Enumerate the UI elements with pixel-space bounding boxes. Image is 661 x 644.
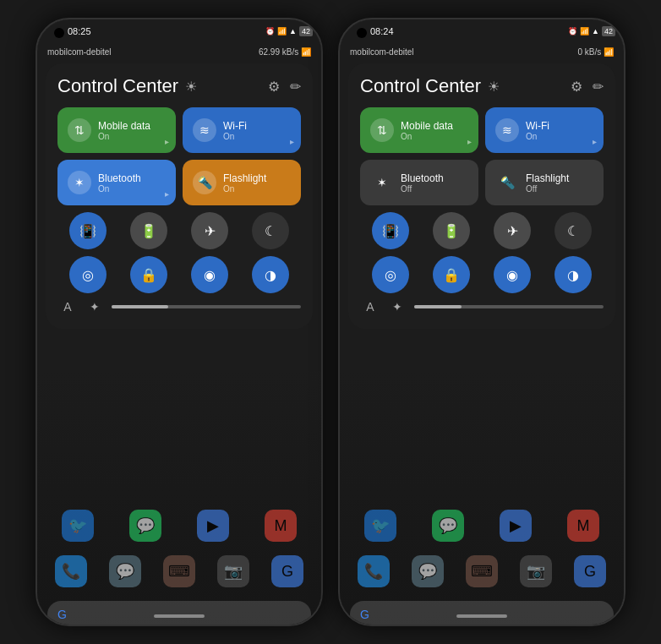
arrow-mobile-left: ▸	[165, 137, 169, 146]
app-icon: 🐦	[62, 510, 94, 542]
controls-row-right: A ✦	[360, 300, 604, 314]
control-title-right: Control Center ☀	[360, 75, 500, 97]
tile-text-fl-right: Flashlight Off	[526, 172, 569, 194]
battery-right: 42	[602, 26, 615, 36]
app-icon: G	[574, 555, 606, 587]
status-bar-left: 08:25 ⏰ 📶 ▲ 42	[37, 19, 321, 43]
tile-text-wifi-right: Wi-Fi On	[526, 120, 549, 141]
app-icon: G	[271, 555, 303, 587]
home-indicator-right	[456, 614, 507, 618]
app-icon: 💬	[412, 555, 444, 587]
wifi-icon: ▲	[289, 27, 297, 35]
tile-text-wifi-left: Wi-Fi On	[223, 120, 247, 141]
settings-icon[interactable]: ⚙	[268, 79, 280, 95]
tile-status-mobile-left: On	[98, 132, 150, 141]
phone-body-left: 08:25 ⏰ 📶 ▲ 42 mobilcom-debitel 62.99 kB…	[36, 18, 323, 626]
airplane-btn-right[interactable]: ✈	[494, 212, 531, 249]
tile-status-mobile-right: On	[401, 132, 453, 141]
brightness-bar-left[interactable]	[112, 305, 301, 308]
app-row-2-right: 📞 💬 ⌨ 📷 G	[340, 552, 624, 591]
app-row-1-left: 🐦 💬 ▶ M	[37, 506, 321, 545]
battery-btn-right[interactable]: 🔋	[433, 212, 470, 249]
tile-bluetooth-left[interactable]: ✶ Bluetooth On ▸	[57, 160, 176, 205]
tile-name-fl-right: Flashlight	[526, 172, 569, 184]
edit-icon-r[interactable]: ✏	[593, 79, 604, 95]
controls-row-left: A ✦	[57, 300, 301, 314]
tile-text-mobile-right: Mobile data On	[401, 120, 453, 141]
wifi-icon-r: ▲	[592, 27, 599, 35]
wifi-tile-icon: ≋	[193, 118, 216, 142]
tile-wifi-left[interactable]: ≋ Wi-Fi On ▸	[183, 107, 301, 153]
brightness-fill-right	[414, 305, 462, 308]
mobile-data-icon: ⇅	[68, 118, 91, 142]
tile-text-bt-right: Bluetooth Off	[401, 172, 444, 194]
dnd-btn-left[interactable]: ☾	[252, 212, 289, 249]
control-title-left: Control Center ☀	[57, 75, 197, 97]
quick-grid-right: ⇅ Mobile data On ▸ ≋ Wi-Fi On	[360, 107, 604, 205]
vibrate-btn-left[interactable]: 📳	[69, 212, 107, 249]
battery-left: 42	[299, 26, 313, 36]
control-panel-left[interactable]: Control Center ☀ ⚙ ✏ ⇅ Mobile data	[46, 63, 313, 329]
tile-mobile-data-right[interactable]: ⇅ Mobile data On ▸	[360, 107, 478, 153]
tile-text-mobile-left: Mobile data On	[98, 120, 150, 141]
phone-left: 08:25 ⏰ 📶 ▲ 42 mobilcom-debitel 62.99 kB…	[36, 18, 323, 626]
signal-icon: 📶	[277, 27, 287, 35]
notif-bar-right: mobilcom-debitel 0 kB/s 📶	[340, 43, 624, 60]
airplane-btn-left[interactable]: ✈	[191, 212, 228, 249]
app-icon: M	[265, 510, 297, 542]
tile-flashlight-right[interactable]: 🔦 Flashlight Off	[485, 160, 604, 205]
phone-right: 08:24 ⏰ 📶 ▲ 42 mobilcom-debitel 0 kB/s 📶…	[338, 18, 625, 626]
app-icon: 💬	[432, 510, 464, 542]
app-icon: 🐦	[364, 510, 396, 542]
flashlight-tile-icon-r: 🔦	[495, 171, 519, 194]
time-left: 08:25	[68, 26, 91, 36]
app-row-2-left: 📞 💬 ⌨ 📷 G	[37, 552, 321, 591]
bluetooth-tile-icon-r: ✶	[370, 171, 394, 194]
tile-flashlight-left[interactable]: 🔦 Flashlight On	[183, 160, 301, 205]
title-text-left: Control Center	[57, 75, 178, 97]
app-icon: 📞	[358, 555, 390, 587]
camera-left	[54, 28, 64, 38]
tile-name-fl-left: Flashlight	[223, 172, 266, 184]
edit-icon[interactable]: ✏	[290, 79, 301, 95]
alarm-icon: ⏰	[265, 27, 275, 35]
speed-left: 62.99 kB/s 📶	[259, 47, 311, 57]
brightness-bar-right[interactable]	[414, 305, 604, 308]
location-btn-left[interactable]: ◎	[69, 256, 107, 293]
tile-status-wifi-right: On	[526, 132, 549, 141]
tile-name-mobile-left: Mobile data	[98, 120, 150, 132]
vibrate-btn-right[interactable]: 📳	[372, 212, 409, 249]
tile-status-fl-right: Off	[526, 184, 569, 194]
tile-bluetooth-right[interactable]: ✶ Bluetooth Off	[360, 160, 478, 205]
eye-btn-right[interactable]: ◉	[494, 256, 531, 293]
google-bar-right: G	[340, 598, 624, 625]
eye-btn-left[interactable]: ◉	[191, 256, 228, 293]
tile-mobile-data-left[interactable]: ⇅ Mobile data On ▸	[57, 107, 176, 153]
contrast-btn-right[interactable]: ◑	[554, 256, 592, 293]
app-icon: ▶	[197, 510, 229, 542]
tile-wifi-right[interactable]: ≋ Wi-Fi On ▸	[485, 107, 604, 153]
title-icons-right: ⚙ ✏	[571, 79, 604, 95]
app-icon: ▶	[500, 510, 532, 542]
control-panel-right[interactable]: Control Center ☀ ⚙ ✏ ⇅ Mobile data	[348, 63, 615, 329]
carrier-right: mobilcom-debitel	[350, 47, 414, 57]
app-icon: ⌨	[163, 555, 195, 587]
tile-status-wifi-left: On	[223, 132, 247, 141]
tile-name-wifi-right: Wi-Fi	[526, 120, 549, 132]
signal-icon-r: 📶	[580, 27, 589, 35]
icon-row1-right: 📳 🔋 ✈ ☾	[360, 212, 604, 249]
contrast-btn-left[interactable]: ◑	[252, 256, 289, 293]
lock-btn-left[interactable]: 🔒	[130, 256, 167, 293]
home-indicator-left	[154, 614, 205, 618]
font-icon-left: A	[57, 300, 78, 314]
location-btn-right[interactable]: ◎	[372, 256, 409, 293]
lock-btn-right[interactable]: 🔒	[433, 256, 470, 293]
arrow-wifi-left: ▸	[290, 137, 294, 146]
screen-left: 08:25 ⏰ 📶 ▲ 42 mobilcom-debitel 62.99 kB…	[37, 19, 321, 625]
dnd-btn-right[interactable]: ☾	[554, 212, 592, 249]
brightness-icon-right: ✦	[387, 300, 407, 314]
tile-name-bt-left: Bluetooth	[98, 172, 141, 184]
app-row-1-right: 🐦 💬 ▶ M	[340, 506, 624, 545]
settings-icon-r[interactable]: ⚙	[571, 79, 582, 95]
battery-btn-left[interactable]: 🔋	[130, 212, 167, 249]
